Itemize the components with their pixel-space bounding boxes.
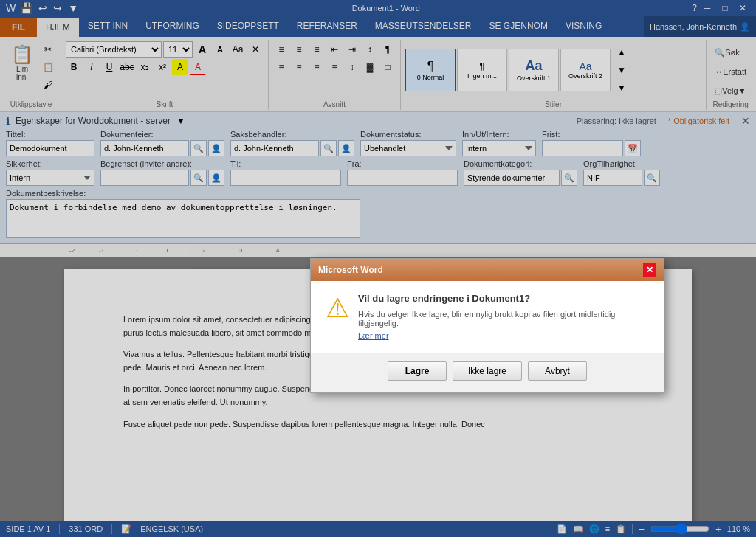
modal-body: ⚠ Vil du lagre endringene i Dokument1? H… xyxy=(311,281,664,353)
modal-buttons: Lagre Ikke lagre Avbryt xyxy=(311,353,664,392)
modal-titlebar: Microsoft Word ✕ xyxy=(311,259,664,281)
modal-text-area: Vil du lagre endringene i Dokument1? Hvi… xyxy=(358,293,649,341)
modal-overlay: Microsoft Word ✕ ⚠ Vil du lagre endringe… xyxy=(0,0,756,537)
app-window: W 💾 ↩ ↪ ▼ Dokument1 - Word ? ─ □ ✕ FIL H… xyxy=(0,0,756,537)
modal-content-row: ⚠ Vil du lagre endringene i Dokument1? H… xyxy=(326,293,649,341)
no-save-dialog-btn[interactable]: Ikke lagre xyxy=(453,361,522,381)
modal-main-text: Vil du lagre endringene i Dokument1? xyxy=(358,293,649,304)
modal-close-btn[interactable]: ✕ xyxy=(643,263,656,277)
modal-title: Microsoft Word xyxy=(318,265,383,275)
modal-sub-text: Hvis du velger Ikke lagre, blir en nylig… xyxy=(358,310,649,328)
modal-dialog: Microsoft Word ✕ ⚠ Vil du lagre endringe… xyxy=(310,258,664,393)
modal-learn-more-link[interactable]: Lær mer xyxy=(358,331,389,340)
save-dialog-btn[interactable]: Lagre xyxy=(388,361,447,381)
warning-icon: ⚠ xyxy=(326,293,349,324)
cancel-dialog-btn[interactable]: Avbryt xyxy=(528,361,587,381)
